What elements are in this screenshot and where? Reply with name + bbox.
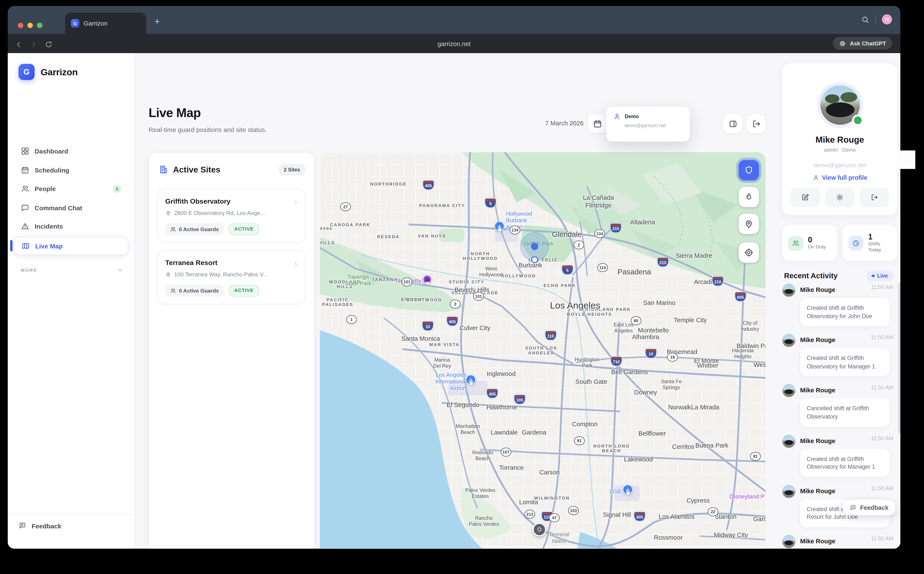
map-label: Signal Hill [603, 511, 631, 518]
screen: G Garrizon + TE garrizon.net Ask ChatGPT [0, 0, 924, 574]
map-label: Lomita [519, 498, 538, 506]
map-label: basas [320, 226, 333, 231]
sidebar-item-people[interactable]: People3 [14, 180, 128, 197]
map-label: HOLLYWOOD [501, 274, 536, 279]
site-marker-terranea-resort[interactable] [533, 523, 546, 536]
feedback-button[interactable]: Feedback [843, 500, 896, 515]
logout-icon [871, 193, 878, 201]
brand-name: Garrizon [41, 66, 77, 77]
logout-icon [751, 119, 761, 128]
maximize-window-button[interactable] [37, 23, 42, 28]
map-label: El Segundo [447, 401, 479, 408]
map-label: West Hollywood [479, 266, 503, 278]
activity-message: Created shift at Griffith Observatory fo… [800, 348, 890, 376]
map-label: Marina Del Rey [433, 357, 451, 369]
new-tab-button[interactable]: + [154, 17, 160, 25]
minimize-window-button[interactable] [27, 23, 33, 28]
map-label: Norwalk [668, 404, 691, 411]
forward-icon[interactable] [30, 39, 38, 47]
route-shield-110: 110 [597, 263, 608, 272]
map-controls [739, 160, 759, 263]
activity-time: 11:50 AM [871, 334, 893, 341]
shield-icon [744, 166, 754, 175]
route-shield-19: 19 [667, 353, 678, 361]
map-label: S HILLS [320, 241, 335, 246]
sidebar-nav: DashboardSchedulingPeople3Command ChatIn… [14, 143, 128, 257]
message-plus-icon [850, 505, 856, 511]
map-label: Sierra Madre [676, 252, 712, 259]
sites-layer-button[interactable] [739, 214, 759, 234]
map-label: South Gate [575, 378, 607, 385]
map-label: Manhattan Beach [456, 423, 480, 435]
status-badge: ACTIVE [228, 223, 259, 235]
map-label: VAN NUYS [418, 234, 446, 239]
heatmap-layer-button[interactable] [739, 187, 759, 207]
calendar-button[interactable] [587, 114, 607, 134]
route-shield-60: 60 [631, 316, 641, 325]
sidebar-item-scheduling[interactable]: Scheduling [14, 161, 128, 178]
sidebar-feedback[interactable]: Feedback [19, 522, 61, 530]
sidebar-item-label: Live Map [35, 242, 63, 249]
map-label: Bellflower [638, 430, 666, 437]
sidebar-item-incidents[interactable]: Incidents [14, 218, 128, 235]
settings-button[interactable] [825, 188, 854, 207]
status-badge: ACTIVE [228, 285, 259, 297]
locate-me-button[interactable] [739, 243, 759, 263]
search-icon[interactable] [861, 15, 869, 24]
activity-scrollbar[interactable] [898, 282, 900, 433]
url-bar: garrizon.net Ask ChatGPT [8, 34, 900, 53]
map-label: Baldwin Pa [737, 342, 766, 350]
sidebar-item-label: Scheduling [35, 166, 69, 173]
map-label: Los Angeles International Airport [435, 371, 467, 391]
user-popover[interactable]: Demo demo@garrizon.net [606, 107, 690, 141]
window-controls[interactable] [18, 23, 42, 28]
map-label: Compton [572, 420, 597, 428]
live-map[interactable]: NORTHRIDGEPANORAMA CITYCANOGA PARKbasasS… [320, 152, 766, 549]
ask-chatgpt-button[interactable]: Ask ChatGPT [833, 37, 892, 50]
edit-icon [801, 193, 809, 201]
view-full-profile-link[interactable]: View full profile [782, 174, 897, 181]
map-label: Rossmoor [654, 534, 682, 541]
header-logout-button[interactable] [746, 114, 766, 134]
map-label: Pasadena [618, 268, 651, 276]
sidebar-item-dashboard[interactable]: Dashboard [14, 143, 128, 159]
guards-layer-button[interactable] [739, 160, 759, 180]
sidebar-item-label: People [35, 185, 56, 192]
active-sites-title: Active Sites [173, 165, 220, 174]
site-card[interactable]: Griffith Observatory2800 E Observatory R… [157, 189, 305, 243]
reload-icon[interactable] [45, 39, 52, 47]
map-label: MAR VISTA [429, 343, 460, 348]
activity-message: Created shift at Griffith Observatory fo… [800, 298, 890, 326]
back-icon[interactable] [15, 39, 23, 47]
sidebar-more[interactable]: MORE [21, 267, 124, 274]
address-url[interactable]: garrizon.net [437, 40, 470, 47]
site-card[interactable]: Terranea Resort100 Terranea Way, Rancho … [157, 250, 305, 304]
logout-button[interactable] [860, 188, 889, 207]
route-shield-105: 105 [514, 394, 526, 404]
edit-profile-button[interactable] [790, 188, 820, 207]
route-shield-110: 110 [545, 331, 556, 341]
browser-tab[interactable]: G Garrizon [65, 13, 146, 34]
activity-user-name: Mike Rouge [800, 286, 835, 293]
chevron-right-icon[interactable] [292, 259, 299, 266]
sidebar-item-live-map[interactable]: Live Map [14, 237, 128, 255]
map-label: Santa Fe Springs [661, 378, 682, 391]
sidebar-item-command-chat[interactable]: Command Chat [14, 199, 128, 216]
live-badge: Live [867, 270, 893, 281]
sites-count-badge: 2 Sites [278, 164, 305, 175]
tab-favicon: G [71, 19, 79, 27]
map-label: BOYLE HEIGHTS [567, 312, 612, 317]
panel-toggle-button[interactable] [723, 114, 743, 134]
route-shield-27: 27 [340, 202, 351, 211]
map-label: Lawndale [490, 429, 518, 436]
map-label: Glendale [552, 230, 582, 239]
map-label: Hawthorne [487, 404, 517, 411]
stat-value: 1 [868, 233, 881, 241]
chevron-right-icon[interactable] [292, 198, 299, 204]
map-label: Montebello [638, 326, 669, 334]
close-window-button[interactable] [18, 23, 23, 28]
route-shield-101: 101 [473, 292, 484, 301]
map-label: CANOGA PARK [330, 222, 371, 228]
browser-profile-avatar[interactable]: TE [882, 14, 892, 25]
route-shield-213: 213 [525, 510, 535, 519]
